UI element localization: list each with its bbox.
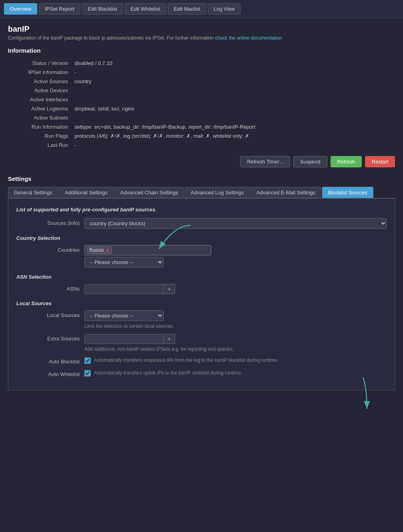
auto-blacklist-control: Automatically transfers suspicious IPs f…	[84, 357, 387, 364]
countries-row: Countries Russia ✗ -- Please choose --	[16, 245, 387, 268]
active-sources-value: country	[71, 77, 395, 86]
refresh-button[interactable]: Refresh	[330, 156, 362, 167]
status-version-value: disabled / 0.7.10	[71, 59, 395, 68]
tab-advanced-chain-settings[interactable]: Advanced Chain Settings	[115, 187, 184, 198]
local-sources-control: -- Please choose -- Limit the selection …	[84, 310, 387, 329]
auto-blacklist-row: Auto Blacklist Automatically transfers s…	[16, 357, 387, 365]
auto-whitelist-checkbox[interactable]	[84, 370, 91, 376]
status-version-label: Status / Version	[8, 59, 71, 68]
run-info-value: settype: src+dst, backup_dir: /tmp/banIP…	[71, 122, 395, 131]
auto-blacklist-checkbox[interactable]	[84, 357, 91, 364]
active-logterms-label: Active Logterms	[8, 104, 71, 113]
sources-select[interactable]: country (Country blocks)	[84, 218, 387, 229]
extra-sources-row: Extra Sources + Add additional, non-banI…	[16, 334, 387, 352]
tab-overview[interactable]: Overview	[4, 3, 37, 15]
countries-control: Russia ✗ -- Please choose --	[84, 245, 387, 268]
table-row: Active Subnets	[8, 113, 395, 122]
auto-whitelist-hint: Automatically transfers uplink IPs to th…	[94, 370, 242, 376]
run-flags-value: protocols (4/6): ✗/✗, log (src/dst): ✗/✗…	[71, 131, 395, 141]
active-interfaces-label: Active Interfaces	[8, 95, 71, 104]
active-logterms-value: dropbear, sshd, luci, nginx	[71, 104, 395, 113]
active-devices-label: Active Devices	[8, 86, 71, 95]
restart-button[interactable]: Restart	[365, 156, 395, 167]
active-subnets-value	[71, 113, 395, 122]
asns-input[interactable]	[84, 284, 164, 294]
settings-tabs: General Settings Additional Settings Adv…	[8, 187, 395, 199]
tab-edit-blacklist[interactable]: Edit Blacklist	[82, 3, 123, 15]
sources-control: country (Country blocks)	[84, 218, 387, 229]
action-buttons: Refresh Timer... Suspend Refresh Restart	[8, 156, 395, 167]
refresh-timer-button[interactable]: Refresh Timer...	[240, 156, 290, 167]
extra-sources-hint: Add additional, non-banIP related IPSets…	[84, 346, 387, 352]
active-subnets-label: Active Subnets	[8, 113, 71, 122]
tab-additional-settings[interactable]: Additional Settings	[59, 187, 114, 198]
run-info-label: Run Information	[8, 122, 71, 131]
local-sources-row: Local Sources -- Please choose -- Limit …	[16, 310, 387, 329]
suspend-button[interactable]: Suspend	[293, 156, 327, 167]
table-row: Active Logterms dropbear, sshd, luci, ng…	[8, 104, 395, 113]
asns-label: ASNs	[16, 284, 80, 292]
sources-label: Sources (Info)	[16, 218, 80, 226]
page-title: banIP	[8, 25, 395, 34]
info-table: Status / Version disabled / 0.7.10 IPSet…	[8, 59, 395, 150]
page-description: Configuration of the banIP package to bl…	[8, 35, 395, 41]
extra-sources-input[interactable]	[84, 334, 164, 344]
tab-ipset-report[interactable]: IPSet Report	[39, 3, 80, 15]
auto-whitelist-control: Automatically transfers uplink IPs to th…	[84, 369, 387, 376]
main-content: banIP Configuration of the banIP package…	[0, 18, 403, 532]
doc-link[interactable]: check the online documentation	[215, 35, 282, 41]
russia-tag: Russia ✗	[87, 247, 112, 254]
local-sources-label: Local Sources	[16, 310, 80, 318]
active-devices-value	[71, 86, 395, 95]
blocklist-subtitle: List of supported and fully pre-configur…	[16, 207, 387, 213]
local-sources-title: Local Sources	[16, 300, 387, 306]
asns-input-group: +	[84, 284, 211, 294]
extra-sources-control: + Add additional, non-banIP related IPSe…	[84, 334, 387, 352]
last-run-label: Last Run	[8, 141, 71, 150]
auto-blacklist-label: Auto Blacklist	[16, 357, 80, 365]
tab-advanced-email-settings[interactable]: Advanced E-Mail Settings	[250, 187, 321, 198]
tab-edit-whitelist[interactable]: Edit Whitelist	[124, 3, 166, 15]
ipset-info-label: IPSet Information	[8, 68, 71, 77]
tab-general-settings[interactable]: General Settings	[8, 187, 58, 198]
tab-log-view[interactable]: Log View	[208, 3, 241, 15]
asns-control: +	[84, 284, 387, 294]
countries-label: Countries	[16, 245, 80, 253]
tab-edit-maclist[interactable]: Edit Maclist	[168, 3, 206, 15]
settings-section-title: Settings	[8, 175, 395, 182]
extra-sources-input-group: +	[84, 334, 211, 344]
table-row: Active Devices	[8, 86, 395, 95]
table-row: IPSet Information -	[8, 68, 395, 77]
table-row: Status / Version disabled / 0.7.10	[8, 59, 395, 68]
sources-row: Sources (Info) country (Country blocks)	[16, 218, 387, 229]
info-section-title: Information	[8, 47, 395, 54]
table-row: Active Sources country	[8, 77, 395, 86]
table-row: Run Flags protocols (4/6): ✗/✗, log (src…	[8, 131, 395, 141]
active-interfaces-value	[71, 95, 395, 104]
auto-whitelist-checkbox-row: Automatically transfers uplink IPs to th…	[84, 369, 387, 376]
russia-tag-remove[interactable]: ✗	[105, 248, 110, 253]
local-sources-select[interactable]: -- Please choose --	[84, 310, 164, 321]
local-sources-hint: Limit the selection to certain local sou…	[84, 323, 387, 329]
auto-blacklist-checkbox-row: Automatically transfers suspicious IPs f…	[84, 357, 387, 364]
table-row: Run Information settype: src+dst, backup…	[8, 122, 395, 131]
tab-blocklist-sources[interactable]: Blocklist Sources	[322, 187, 373, 198]
asns-row: ASNs +	[16, 284, 387, 294]
asns-add-button[interactable]: +	[164, 284, 175, 294]
extra-sources-add-button[interactable]: +	[164, 334, 175, 344]
top-nav: Overview IPSet Report Edit Blacklist Edi…	[0, 0, 403, 18]
auto-whitelist-label: Auto Whitelist	[16, 369, 80, 377]
table-row: Active Interfaces	[8, 95, 395, 104]
russia-tag-label: Russia	[89, 247, 104, 253]
extra-sources-label: Extra Sources	[16, 334, 80, 342]
table-row: Last Run -	[8, 141, 395, 150]
countries-tag-area[interactable]: Russia ✗	[84, 245, 211, 255]
country-selection-title: Country Selection	[16, 235, 387, 241]
ipset-info-value: -	[71, 68, 395, 77]
last-run-value: -	[71, 141, 395, 150]
arrow-save	[327, 373, 375, 413]
auto-whitelist-row: Auto Whitelist Automatically transfers u…	[16, 369, 387, 377]
asn-selection-title: ASN Selection	[16, 274, 387, 280]
tab-advanced-log-settings[interactable]: Advanced Log Settings	[185, 187, 250, 198]
countries-select[interactable]: -- Please choose --	[84, 257, 164, 268]
